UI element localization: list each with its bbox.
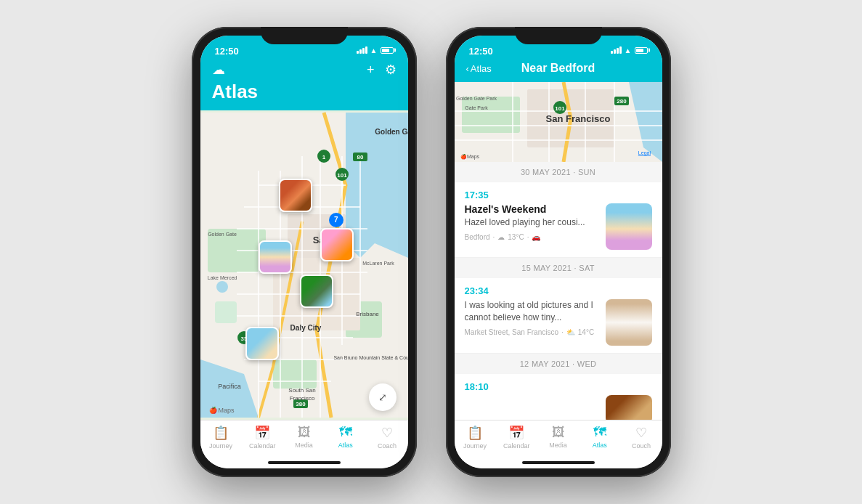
svg-text:Lake Merced: Lake Merced [207, 275, 237, 280]
add-icon[interactable]: + [367, 62, 375, 78]
app-header-right: ‹ Atlas Near Bedford [455, 59, 662, 82]
notch [261, 27, 348, 44]
media-icon-left: 🖼 [298, 425, 311, 440]
detail-map[interactable]: 101 280 San Francisco Golden Gate Park G… [455, 82, 662, 162]
thumb-dog-img [606, 299, 652, 346]
weather-icon-2: ⛅ [566, 328, 575, 336]
atlas-icon-left: 🗺 [339, 425, 352, 440]
journey-icon-right: 📋 [467, 425, 483, 441]
couch-label-right: Couch [632, 442, 651, 450]
svg-text:Golden Gate: Golden Gate [375, 128, 408, 136]
calendar-label-right: Calendar [503, 442, 530, 450]
temp-1: 13°C [508, 233, 524, 241]
svg-text:San Bruno Mountain State & Cou: San Bruno Mountain State & County Park [333, 355, 408, 361]
thumb-bottom-img [606, 395, 652, 420]
entry-thumb-2 [606, 299, 652, 346]
settings-icon[interactable]: ⚙ [385, 62, 397, 78]
atlas-title: Atlas [212, 81, 397, 103]
calendar-label-left: Calendar [249, 442, 276, 450]
entry-body-2: I was looking at old pictures and I cann… [465, 299, 652, 346]
entry-card-1[interactable]: 17:35 Hazel's Weekend Hazel loved playin… [455, 182, 662, 258]
calendar-icon-left: 📅 [254, 425, 270, 441]
time-right: 12:50 [469, 44, 493, 57]
entry-title-1: Hazel's Weekend [465, 203, 598, 215]
svg-text:Brisbane: Brisbane [356, 311, 379, 317]
tab-calendar-right[interactable]: 📅 Calendar [496, 425, 537, 450]
signal-icon-left [357, 46, 367, 54]
tab-media-left[interactable]: 🖼 Media [283, 425, 325, 450]
entry-text-2: I was looking at old pictures and I cann… [465, 299, 598, 346]
tab-journey-left[interactable]: 📋 Journey [200, 425, 242, 450]
entry-card-3[interactable]: 18:10 [455, 374, 662, 420]
car-icon-1: 🚗 [532, 233, 540, 241]
svg-rect-31 [462, 97, 520, 133]
apple-maps-label-left: 🍎 Maps [209, 407, 235, 414]
entry-body-3 [465, 395, 652, 420]
location-2: Market Street, San Francisco [465, 328, 559, 336]
location-1: Bedford [465, 233, 490, 241]
detail-content[interactable]: 101 280 San Francisco Golden Gate Park G… [455, 82, 662, 420]
media-label-right: Media [549, 442, 567, 449]
svg-text:Gate Park: Gate Park [465, 105, 488, 110]
map-area-left[interactable]: 1 101 80 35 380 Golden Gate San Fr isco … [200, 110, 408, 420]
atlas-label-left: Atlas [338, 442, 353, 449]
atlas-label-right: Atlas [593, 442, 607, 449]
back-button[interactable]: ‹ Atlas [466, 63, 492, 74]
home-indicator-right [455, 457, 662, 468]
calendar-icon-right: 📅 [508, 425, 524, 441]
svg-text:Daly City: Daly City [290, 324, 321, 332]
pin-family[interactable] [300, 275, 333, 308]
chevron-left-icon: ‹ [466, 63, 469, 74]
apple-icon: 🍎 [209, 407, 217, 414]
tab-coach-left[interactable]: ♡ Coach [366, 425, 407, 450]
svg-text:80: 80 [357, 154, 363, 160]
tab-atlas-left[interactable]: 🗺 Atlas [325, 425, 366, 450]
pin-beach[interactable] [245, 327, 279, 360]
media-label-left: Media [295, 442, 313, 449]
tab-calendar-left[interactable]: 📅 Calendar [242, 425, 283, 450]
right-phone: 12:50 ▲ ‹ [446, 27, 671, 477]
tab-media-right[interactable]: 🖼 Media [537, 425, 579, 450]
pin-golden-gate[interactable] [279, 179, 312, 212]
wifi-icon-left: ▲ [370, 46, 378, 54]
svg-text:Golden Gate: Golden Gate [208, 232, 237, 237]
svg-text:🍎Maps: 🍎Maps [460, 153, 480, 160]
pin-girl-ukulele[interactable] [259, 240, 292, 274]
detail-header-row: ‹ Atlas Near Bedford [466, 62, 651, 75]
tab-atlas-right[interactable]: 🗺 Atlas [579, 425, 620, 450]
entry-text-3 [465, 395, 598, 420]
entry-card-2[interactable]: 23:34 I was looking at old pictures and … [455, 278, 662, 354]
phone-screen-right: 12:50 ▲ ‹ [455, 36, 662, 468]
tab-journey-right[interactable]: 📋 Journey [455, 425, 496, 450]
entry-time-1: 17:35 [465, 190, 652, 200]
entry-time-3: 18:10 [465, 381, 652, 392]
coach-icon-left: ♡ [381, 425, 393, 441]
status-icons-left: ▲ [357, 46, 394, 54]
svg-text:Francisco: Francisco [289, 395, 314, 402]
cloud-icon[interactable]: ☁ [212, 62, 225, 78]
date-separator-1: 30 MAY 2021 · SUN [455, 162, 662, 182]
svg-text:Legal: Legal [638, 150, 651, 156]
home-bar-right [522, 461, 595, 464]
journey-label-right: Journey [463, 442, 487, 450]
couch-icon-right: ♡ [635, 425, 647, 441]
map-badge-7: 7 [329, 213, 343, 227]
svg-point-29 [216, 281, 228, 293]
tab-bar-left: 📋 Journey 📅 Calendar 🖼 Media 🗺 Atlas ♡ [200, 420, 408, 457]
pin-couple[interactable] [320, 228, 354, 261]
left-phone: 12:50 ▲ ☁ [192, 27, 417, 477]
temp-2: 14°C [578, 328, 594, 336]
thumb-hazel-img [606, 203, 652, 250]
entry-preview-2: I was looking at old pictures and I cann… [465, 299, 598, 324]
svg-text:1: 1 [322, 154, 325, 160]
dot-3: · [561, 328, 564, 336]
phones-container: 12:50 ▲ ☁ [192, 27, 671, 477]
home-indicator-left [200, 457, 408, 468]
battery-icon-right [635, 47, 648, 54]
dot-1: · [493, 233, 495, 241]
header-icons: + ⚙ [367, 62, 397, 78]
expand-button[interactable]: ⤢ [369, 383, 397, 411]
coach-label-left: Coach [378, 442, 397, 450]
tab-couch-right[interactable]: ♡ Couch [620, 425, 662, 450]
entry-preview-1: Hazel loved playing her cousi... [465, 216, 598, 229]
